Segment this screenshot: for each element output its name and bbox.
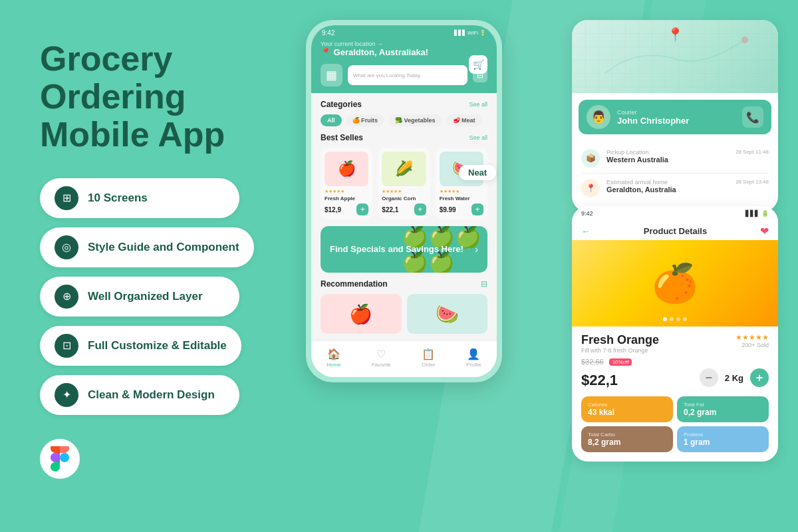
detail-status-bar: 9:42 ▋▋▋🔋 (572, 206, 778, 218)
search-input[interactable]: What are you Looking Today (348, 65, 467, 85)
categories-row: All 🍊 Fruits 🥦 Vegetables 🥩 Meat (321, 114, 487, 126)
bestsellers-header: Best Selles See all (321, 133, 487, 142)
product-img-apple: 🍎 (325, 152, 368, 186)
promo-banner[interactable]: Find Specials and Savings Here! 🍏🍏🍏🍏🍏 › (321, 226, 487, 273)
add-apple-button[interactable]: + (356, 203, 368, 215)
favorite-button[interactable]: ❤ (760, 225, 769, 237)
category-vegetables[interactable]: 🥦 Vegetables (388, 114, 442, 126)
customize-label: Full Customize & Editable (88, 339, 227, 352)
feature-item-layer: ⊕ Well Organized Layer (40, 277, 239, 317)
arrival-icon: 📍 (581, 179, 600, 198)
categories-title: Categories (321, 100, 362, 109)
rec-apples[interactable]: 🍎 (321, 294, 402, 334)
main-title: Grocery Ordering Mobile App (40, 40, 319, 154)
add-watermelon-button[interactable]: + (471, 203, 483, 215)
product-detail-card: 9:42 ▋▋▋🔋 ← Product Details ❤ 🍊 Fresh Or… (572, 206, 778, 462)
feature-item-customize: ⊡ Full Customize & Editable (40, 326, 241, 366)
status-bar: 9:42 ▋▋▋ WiFi 🔋 (311, 25, 497, 38)
design-label: Clean & Modern Design (88, 388, 215, 402)
feature-item-screens: ⊞ 10 Screens (40, 178, 239, 218)
style-icon: ◎ (55, 235, 78, 259)
carbo-value: 8,2 gram (588, 438, 666, 447)
arrival-info: Estimated arrival home Geraldton, Austra… (606, 179, 729, 194)
detail-status-icons: ▋▋▋🔋 (745, 210, 769, 217)
product-detail-info: Fresh Orange Fill with 7-8 fresh Orange … (572, 327, 778, 396)
courier-label: Courier (617, 109, 735, 116)
home-icon: 🏠 (327, 348, 340, 360)
main-price-qty-row: $22,1 − 2 Kg + (581, 368, 769, 392)
protein-card: Proteins 1 gram (677, 426, 769, 452)
neat-badge: Neat (459, 165, 496, 180)
search-placeholder: What are you Looking Today (353, 72, 420, 78)
price-row: $32,66 10%off (581, 358, 769, 366)
calories-value: 43 kkal (588, 408, 666, 417)
recommendation-section: Recommendation ⊟ 🍎 🍉 (321, 279, 487, 334)
promo-text: Find Specials and Savings Here! (330, 244, 464, 255)
courier-avatar: 👨 (587, 105, 610, 129)
profile-icon: 👤 (467, 348, 480, 360)
status-time: 9:42 (322, 29, 334, 37)
category-fruits[interactable]: 🍊 Fruits (346, 114, 385, 126)
dot-2 (670, 317, 674, 321)
detail-title: Product Details (644, 226, 707, 236)
add-corn-button[interactable]: + (414, 203, 426, 215)
product-name-corn: Organic Corn (382, 196, 426, 201)
customize-icon: ⊡ (55, 334, 78, 358)
nav-profile[interactable]: 👤 Profile (466, 348, 481, 368)
rec-watermelon[interactable]: 🍉 (407, 294, 488, 334)
fat-card: Total Fat 0,2 gram (677, 396, 769, 422)
map-area: 📍 (572, 20, 778, 93)
dot-4 (683, 317, 687, 321)
product-name-apple: Fresh Apple (325, 196, 368, 201)
categories-header: Categories See all (321, 100, 487, 109)
product-card-apple[interactable]: 🍎 ★★★★★ Fresh Apple $12,9 + (321, 148, 372, 219)
screens-icon: ⊞ (55, 186, 78, 210)
product-price-row-watermelon: $9.99 + (440, 203, 483, 215)
product-card-watermelon[interactable]: 🍉 ★★★★★ Fresh Water $9.99 + (436, 148, 487, 219)
category-meat[interactable]: 🥩 Meat (446, 114, 482, 126)
order-icon: 📋 (422, 348, 435, 360)
product-rating-watermelon: ★★★★★ (440, 189, 483, 194)
back-button[interactable]: ← (581, 226, 591, 237)
barcode-button[interactable]: ▦ (321, 64, 342, 86)
product-price-corn: $22,1 (382, 206, 398, 213)
pickup-label: Pickup Location (606, 149, 729, 156)
phone-outer: 9:42 ▋▋▋ WiFi 🔋 Your current location → … (306, 20, 502, 382)
qty-minus-button[interactable]: − (700, 368, 718, 387)
dot-1 (663, 317, 667, 321)
dot-3 (676, 317, 680, 321)
filter-icon[interactable]: ⊟ (481, 279, 487, 289)
call-button[interactable]: 📞 (742, 106, 763, 128)
promo-arrow: › (475, 244, 478, 255)
cart-button[interactable]: 🛒 (469, 55, 487, 74)
nav-home[interactable]: 🏠 Home (327, 348, 340, 368)
bestsellers-see-all[interactable]: See all (469, 134, 487, 141)
products-row: 🍎 ★★★★★ Fresh Apple $12,9 + 🌽 ★★★★★ Orga… (321, 148, 487, 219)
nav-order[interactable]: 📋 Order (422, 348, 435, 368)
screens-label: 10 Screens (88, 192, 148, 205)
pickup-info: Pickup Location Western Australia (606, 149, 729, 164)
nav-favorite[interactable]: ♡ Favorite (372, 348, 391, 368)
map-pin: 📍 (667, 27, 684, 43)
pickup-value: Western Australia (606, 156, 729, 164)
categories-see-all[interactable]: See all (469, 101, 487, 108)
product-name: Fresh Orange (581, 333, 659, 347)
recommendation-title: Recommendation (321, 279, 388, 289)
product-stars: ★★★★★ (735, 333, 769, 342)
sold-count: 200+ Sold (735, 342, 769, 348)
figma-logo (40, 439, 80, 479)
qty-plus-button[interactable]: + (750, 368, 769, 387)
product-price-apple: $12,9 (325, 206, 341, 213)
product-price-row-corn: $22,1 + (382, 203, 426, 215)
recommendation-header: Recommendation ⊟ (321, 279, 487, 289)
nutrition-grid: Calories 43 kkal Total Fat 0,2 gram Tota… (572, 396, 778, 462)
location-label: Your current location → (321, 41, 487, 47)
discount-badge: 10%off (609, 358, 632, 366)
recommendation-row: 🍎 🍉 (321, 294, 487, 334)
product-card-corn[interactable]: 🌽 ★★★★★ Organic Corn $22,1 + (378, 148, 430, 219)
design-icon: ✦ (55, 383, 78, 407)
fat-label: Total Fat (684, 402, 762, 408)
delivery-tracking-card: 📍 👨 Courier John Christopher 📞 📦 Pickup … (572, 20, 778, 212)
location-value: 📍 Geraldton, Australiaka! (321, 47, 487, 57)
category-all[interactable]: All (321, 114, 342, 126)
